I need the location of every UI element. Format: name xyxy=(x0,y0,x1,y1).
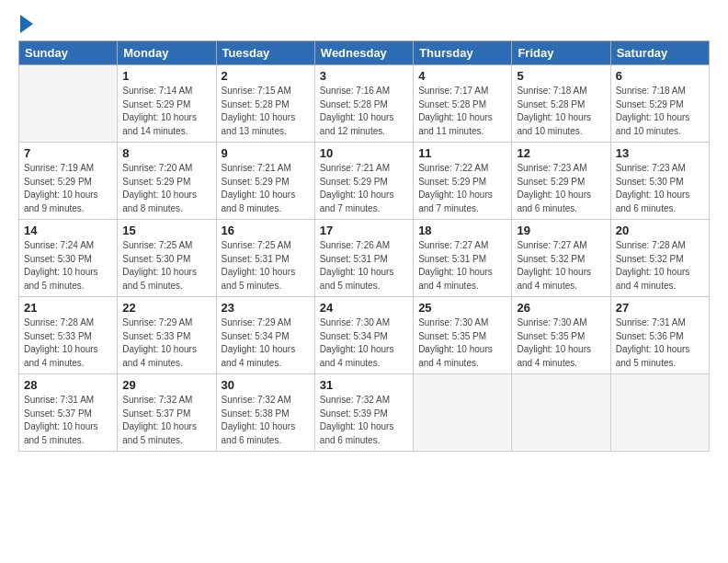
day-info: Sunrise: 7:30 AM Sunset: 5:35 PM Dayligh… xyxy=(418,316,506,370)
day-number: 28 xyxy=(24,378,112,392)
calendar-cell: 25Sunrise: 7:30 AM Sunset: 5:35 PM Dayli… xyxy=(414,297,512,374)
page: SundayMondayTuesdayWednesdayThursdayFrid… xyxy=(0,0,728,563)
calendar-cell: 4Sunrise: 7:17 AM Sunset: 5:28 PM Daylig… xyxy=(414,65,512,143)
week-row-4: 21Sunrise: 7:28 AM Sunset: 5:33 PM Dayli… xyxy=(19,297,710,374)
calendar-cell: 10Sunrise: 7:21 AM Sunset: 5:29 PM Dayli… xyxy=(314,143,413,220)
calendar-cell: 23Sunrise: 7:29 AM Sunset: 5:34 PM Dayli… xyxy=(216,297,314,374)
calendar-cell: 20Sunrise: 7:28 AM Sunset: 5:32 PM Dayli… xyxy=(610,220,709,297)
calendar-cell: 11Sunrise: 7:22 AM Sunset: 5:29 PM Dayli… xyxy=(414,143,512,220)
calendar-cell xyxy=(19,65,118,143)
day-number: 21 xyxy=(24,301,112,315)
calendar-cell: 29Sunrise: 7:32 AM Sunset: 5:37 PM Dayli… xyxy=(118,374,216,452)
day-info: Sunrise: 7:26 AM Sunset: 5:31 PM Dayligh… xyxy=(320,239,408,293)
calendar-header-friday: Friday xyxy=(512,41,610,65)
day-number: 3 xyxy=(320,69,408,83)
calendar-cell: 22Sunrise: 7:29 AM Sunset: 5:33 PM Dayli… xyxy=(118,297,216,374)
day-number: 7 xyxy=(24,146,112,160)
calendar-cell: 18Sunrise: 7:27 AM Sunset: 5:31 PM Dayli… xyxy=(414,220,512,297)
calendar-header-thursday: Thursday xyxy=(414,41,512,65)
day-info: Sunrise: 7:28 AM Sunset: 5:33 PM Dayligh… xyxy=(24,316,112,370)
day-info: Sunrise: 7:32 AM Sunset: 5:37 PM Dayligh… xyxy=(122,394,210,447)
day-info: Sunrise: 7:23 AM Sunset: 5:29 PM Dayligh… xyxy=(517,162,605,215)
day-number: 9 xyxy=(222,146,310,160)
calendar-header-sunday: Sunday xyxy=(19,41,118,65)
day-number: 31 xyxy=(320,378,408,392)
day-info: Sunrise: 7:30 AM Sunset: 5:34 PM Dayligh… xyxy=(320,316,408,370)
day-info: Sunrise: 7:23 AM Sunset: 5:30 PM Dayligh… xyxy=(616,162,704,215)
day-number: 25 xyxy=(418,301,506,315)
calendar: SundayMondayTuesdayWednesdayThursdayFrid… xyxy=(18,40,710,452)
calendar-cell: 3Sunrise: 7:16 AM Sunset: 5:28 PM Daylig… xyxy=(314,65,413,143)
calendar-cell: 2Sunrise: 7:15 AM Sunset: 5:28 PM Daylig… xyxy=(216,65,314,143)
day-number: 24 xyxy=(320,301,408,315)
day-info: Sunrise: 7:18 AM Sunset: 5:28 PM Dayligh… xyxy=(517,85,605,138)
day-info: Sunrise: 7:14 AM Sunset: 5:29 PM Dayligh… xyxy=(122,85,210,138)
calendar-cell xyxy=(610,374,709,452)
day-info: Sunrise: 7:25 AM Sunset: 5:31 PM Dayligh… xyxy=(222,239,310,293)
day-number: 11 xyxy=(418,146,506,160)
calendar-cell: 27Sunrise: 7:31 AM Sunset: 5:36 PM Dayli… xyxy=(610,297,709,374)
calendar-cell: 8Sunrise: 7:20 AM Sunset: 5:29 PM Daylig… xyxy=(118,143,216,220)
day-number: 13 xyxy=(616,146,704,160)
day-info: Sunrise: 7:18 AM Sunset: 5:29 PM Dayligh… xyxy=(616,85,704,138)
day-number: 12 xyxy=(517,146,605,160)
day-info: Sunrise: 7:32 AM Sunset: 5:39 PM Dayligh… xyxy=(320,394,408,447)
calendar-cell: 16Sunrise: 7:25 AM Sunset: 5:31 PM Dayli… xyxy=(216,220,314,297)
day-info: Sunrise: 7:30 AM Sunset: 5:35 PM Dayligh… xyxy=(517,316,605,370)
day-number: 8 xyxy=(122,146,210,160)
day-info: Sunrise: 7:24 AM Sunset: 5:30 PM Dayligh… xyxy=(24,239,112,293)
day-info: Sunrise: 7:22 AM Sunset: 5:29 PM Dayligh… xyxy=(418,162,506,215)
week-row-1: 1Sunrise: 7:14 AM Sunset: 5:29 PM Daylig… xyxy=(19,65,710,143)
calendar-cell xyxy=(414,374,512,452)
day-number: 27 xyxy=(616,301,704,315)
calendar-cell xyxy=(512,374,610,452)
day-info: Sunrise: 7:27 AM Sunset: 5:32 PM Dayligh… xyxy=(517,239,605,293)
header xyxy=(18,17,710,33)
day-info: Sunrise: 7:21 AM Sunset: 5:29 PM Dayligh… xyxy=(320,162,408,215)
calendar-cell: 30Sunrise: 7:32 AM Sunset: 5:38 PM Dayli… xyxy=(216,374,314,452)
day-number: 30 xyxy=(222,378,310,392)
calendar-cell: 24Sunrise: 7:30 AM Sunset: 5:34 PM Dayli… xyxy=(314,297,413,374)
calendar-cell: 9Sunrise: 7:21 AM Sunset: 5:29 PM Daylig… xyxy=(216,143,314,220)
calendar-cell: 28Sunrise: 7:31 AM Sunset: 5:37 PM Dayli… xyxy=(19,374,118,452)
day-info: Sunrise: 7:17 AM Sunset: 5:28 PM Dayligh… xyxy=(418,85,506,138)
day-info: Sunrise: 7:19 AM Sunset: 5:29 PM Dayligh… xyxy=(24,162,112,215)
day-number: 19 xyxy=(517,224,605,237)
calendar-cell: 26Sunrise: 7:30 AM Sunset: 5:35 PM Dayli… xyxy=(512,297,610,374)
week-row-3: 14Sunrise: 7:24 AM Sunset: 5:30 PM Dayli… xyxy=(19,220,710,297)
calendar-header-row: SundayMondayTuesdayWednesdayThursdayFrid… xyxy=(19,41,710,65)
calendar-header-tuesday: Tuesday xyxy=(216,41,314,65)
calendar-header-saturday: Saturday xyxy=(610,41,709,65)
week-row-2: 7Sunrise: 7:19 AM Sunset: 5:29 PM Daylig… xyxy=(19,143,710,220)
logo xyxy=(18,17,33,33)
day-info: Sunrise: 7:16 AM Sunset: 5:28 PM Dayligh… xyxy=(320,85,408,138)
calendar-cell: 17Sunrise: 7:26 AM Sunset: 5:31 PM Dayli… xyxy=(314,220,413,297)
day-number: 26 xyxy=(517,301,605,315)
day-info: Sunrise: 7:27 AM Sunset: 5:31 PM Dayligh… xyxy=(418,239,506,293)
day-info: Sunrise: 7:20 AM Sunset: 5:29 PM Dayligh… xyxy=(122,162,210,215)
day-number: 17 xyxy=(320,224,408,237)
calendar-cell: 1Sunrise: 7:14 AM Sunset: 5:29 PM Daylig… xyxy=(118,65,216,143)
day-info: Sunrise: 7:31 AM Sunset: 5:37 PM Dayligh… xyxy=(24,394,112,447)
day-number: 29 xyxy=(122,378,210,392)
day-info: Sunrise: 7:21 AM Sunset: 5:29 PM Dayligh… xyxy=(222,162,310,215)
day-number: 10 xyxy=(320,146,408,160)
calendar-cell: 31Sunrise: 7:32 AM Sunset: 5:39 PM Dayli… xyxy=(314,374,413,452)
calendar-cell: 15Sunrise: 7:25 AM Sunset: 5:30 PM Dayli… xyxy=(118,220,216,297)
day-number: 2 xyxy=(222,69,310,83)
day-info: Sunrise: 7:31 AM Sunset: 5:36 PM Dayligh… xyxy=(616,316,704,370)
calendar-cell: 6Sunrise: 7:18 AM Sunset: 5:29 PM Daylig… xyxy=(610,65,709,143)
calendar-cell: 21Sunrise: 7:28 AM Sunset: 5:33 PM Dayli… xyxy=(19,297,118,374)
day-number: 18 xyxy=(418,224,506,237)
calendar-cell: 12Sunrise: 7:23 AM Sunset: 5:29 PM Dayli… xyxy=(512,143,610,220)
calendar-header-wednesday: Wednesday xyxy=(314,41,413,65)
day-info: Sunrise: 7:32 AM Sunset: 5:38 PM Dayligh… xyxy=(222,394,310,447)
day-number: 1 xyxy=(122,69,210,83)
calendar-cell: 19Sunrise: 7:27 AM Sunset: 5:32 PM Dayli… xyxy=(512,220,610,297)
day-number: 6 xyxy=(616,69,704,83)
week-row-5: 28Sunrise: 7:31 AM Sunset: 5:37 PM Dayli… xyxy=(19,374,710,452)
calendar-header-monday: Monday xyxy=(118,41,216,65)
day-number: 4 xyxy=(418,69,506,83)
day-info: Sunrise: 7:15 AM Sunset: 5:28 PM Dayligh… xyxy=(222,85,310,138)
day-number: 22 xyxy=(122,301,210,315)
